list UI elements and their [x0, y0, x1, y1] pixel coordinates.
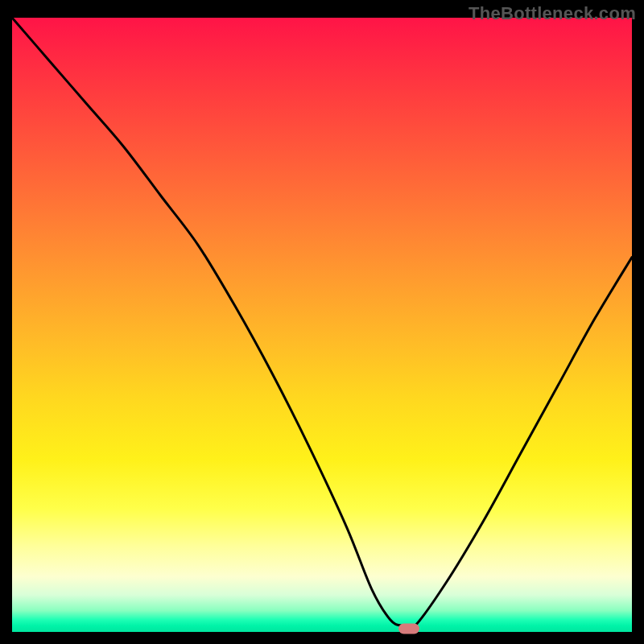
- plot-area: [12, 18, 632, 632]
- bottleneck-curve: [12, 18, 632, 632]
- watermark-label: TheBottleneck.com: [469, 3, 636, 24]
- chart-frame: TheBottleneck.com: [0, 0, 644, 644]
- optimal-point-marker: [398, 624, 419, 634]
